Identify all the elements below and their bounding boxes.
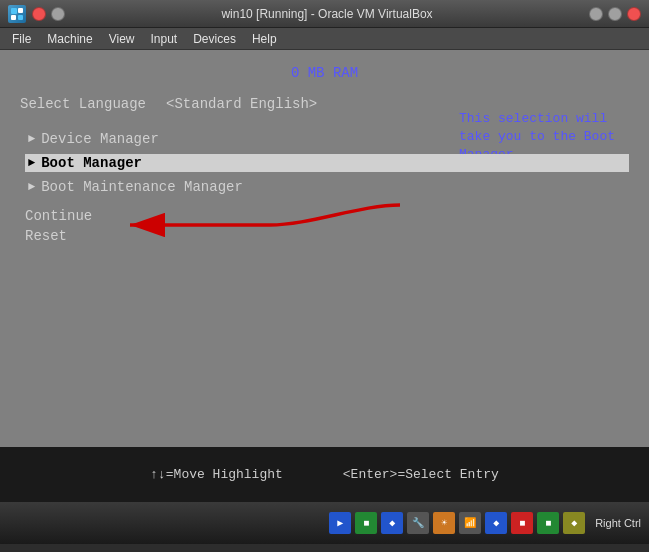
taskbar-icon-9[interactable]: ■	[537, 512, 559, 534]
right-ctrl-label: Right Ctrl	[595, 517, 641, 529]
menu-device-manager-label: Device Manager	[41, 131, 159, 147]
maximize-button[interactable]	[608, 7, 622, 21]
uefi-screen: 0 MB RAM Select Language <Standard Engli…	[0, 50, 649, 447]
taskbar-icon-5[interactable]: ☀	[433, 512, 455, 534]
menu-devices[interactable]: Devices	[185, 30, 244, 48]
bottom-hint-bar: ↑↓=Move Highlight <Enter>=Select Entry	[0, 447, 649, 502]
svg-rect-3	[18, 15, 23, 20]
minimize-button[interactable]	[51, 7, 65, 21]
menu-boot-maintenance-label: Boot Maintenance Manager	[41, 179, 243, 195]
arrow-icon-2: ►	[28, 156, 35, 170]
menu-boot-manager-label: Boot Manager	[41, 155, 142, 171]
ram-display: 0 MB RAM	[20, 65, 629, 81]
uefi-menu: ► Device Manager ► Boot Manager ► Boot M…	[25, 130, 629, 196]
close-button[interactable]	[32, 7, 46, 21]
menu-machine[interactable]: Machine	[39, 30, 100, 48]
menu-boot-manager[interactable]: ► Boot Manager	[25, 154, 629, 172]
menu-help[interactable]: Help	[244, 30, 285, 48]
language-value: <Standard English>	[166, 96, 317, 112]
taskbar-icon-4[interactable]: 🔧	[407, 512, 429, 534]
taskbar-icon-10[interactable]: ◆	[563, 512, 585, 534]
arrow-icon-3: ►	[28, 180, 35, 194]
taskbar-icon-1[interactable]: ▶	[329, 512, 351, 534]
menu-continue[interactable]: Continue	[25, 208, 629, 224]
menu-file[interactable]: File	[4, 30, 39, 48]
close-right-button[interactable]	[627, 7, 641, 21]
svg-rect-2	[11, 15, 16, 20]
taskbar-icon-3[interactable]: ◆	[381, 512, 403, 534]
menubar: File Machine View Input Devices Help	[0, 28, 649, 50]
taskbar-icon-2[interactable]: ■	[355, 512, 377, 534]
titlebar: win10 [Running] - Oracle VM VirtualBox	[0, 0, 649, 28]
menu-view[interactable]: View	[101, 30, 143, 48]
svg-rect-1	[18, 8, 23, 13]
taskbar-icon-8[interactable]: ■	[511, 512, 533, 534]
svg-rect-0	[11, 8, 17, 14]
hint-select: <Enter>=Select Entry	[343, 467, 499, 482]
titlebar-right	[589, 7, 641, 21]
taskbar: ▶ ■ ◆ 🔧 ☀ 📶 ◆ ■ ■ ◆ Right Ctrl	[0, 502, 649, 544]
vm-display: 0 MB RAM Select Language <Standard Engli…	[0, 50, 649, 502]
menu-boot-maintenance[interactable]: ► Boot Maintenance Manager	[25, 178, 629, 196]
arrow-icon: ►	[28, 132, 35, 146]
window-controls	[32, 7, 65, 21]
menu-reset[interactable]: Reset	[25, 228, 629, 244]
hint-navigation: ↑↓=Move Highlight	[150, 467, 283, 482]
select-language-label: Select Language	[20, 96, 146, 112]
taskbar-icon-7[interactable]: ◆	[485, 512, 507, 534]
other-menu-items: Continue Reset	[25, 208, 629, 244]
minimize-right-button[interactable]	[589, 7, 603, 21]
taskbar-icon-6[interactable]: 📶	[459, 512, 481, 534]
menu-device-manager[interactable]: ► Device Manager	[25, 130, 629, 148]
app-icon	[8, 5, 26, 23]
menu-input[interactable]: Input	[143, 30, 186, 48]
titlebar-left	[8, 5, 65, 23]
window-title: win10 [Running] - Oracle VM VirtualBox	[65, 7, 589, 21]
